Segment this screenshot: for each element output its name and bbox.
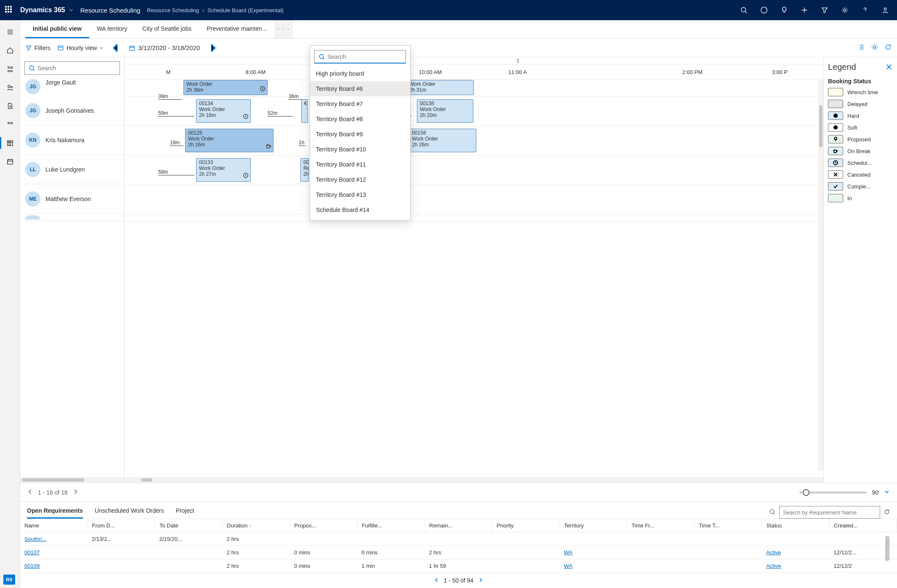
resource-row[interactable]: JGJoseph Gonsalves — [20, 96, 124, 125]
grid-row[interactable]: 001072 hrs0 mins0 mins2 hrsWAActive12/12… — [20, 546, 897, 559]
resource-row[interactable]: KNKris Nakamura — [20, 125, 124, 155]
list-icon[interactable] — [857, 43, 865, 52]
pager-prev-icon[interactable] — [27, 488, 34, 496]
grid-row[interactable]: Southri...2/13/2...2/15/20...2 hrs — [20, 532, 897, 546]
board-tab[interactable]: WA territory — [89, 20, 135, 38]
grid-header[interactable]: From D... — [88, 519, 155, 532]
grid-header[interactable]: Duration↑ — [223, 519, 290, 532]
booking[interactable]: 00138Work Order2h 20m — [417, 99, 473, 123]
popover-item[interactable]: Territory Board #12 — [310, 172, 410, 187]
popover-item[interactable]: Schedule Board #14 — [310, 202, 410, 217]
requirement-search-input[interactable] — [779, 506, 880, 519]
search-icon[interactable] — [769, 509, 776, 516]
breadcrumb-part[interactable]: Schedule Board (Experimental) — [207, 7, 284, 13]
brand-label[interactable]: Dynamics 365 — [20, 6, 74, 14]
gantt-row[interactable]: 58m00133Work Order2h 27m00Re2h — [125, 156, 823, 185]
popover-item[interactable]: Territory Board #6 — [310, 81, 410, 96]
gear-icon[interactable] — [871, 43, 878, 52]
grid-link[interactable]: 00109 — [24, 563, 40, 569]
prev-date-icon[interactable] — [110, 42, 122, 54]
grid-link[interactable]: WA — [564, 563, 572, 569]
popover-item[interactable]: Territory Board #11 — [310, 157, 410, 172]
resource-list-icon[interactable] — [0, 116, 20, 133]
resource-row[interactable]: MEMatthew Everson — [20, 184, 124, 214]
filters-button[interactable]: Filters — [25, 45, 50, 51]
booking[interactable]: 00158Work Order2h 26m — [409, 129, 476, 152]
bottom-tab[interactable]: Open Requirements — [27, 507, 83, 519]
task-icon[interactable] — [757, 0, 771, 20]
popover-item[interactable]: Territory Board #7 — [310, 96, 410, 111]
grid-prev-icon[interactable] — [434, 577, 440, 584]
user-icon[interactable] — [878, 0, 892, 20]
requirements-grid[interactable]: NameFrom D...To DateDuration↑Propos...Fu… — [20, 519, 897, 573]
close-icon[interactable] — [885, 63, 893, 72]
grid-link[interactable]: Active — [766, 563, 781, 569]
filter-icon[interactable] — [818, 0, 831, 20]
collapse-icon[interactable] — [884, 488, 890, 496]
help-icon[interactable] — [858, 0, 872, 20]
board-tab[interactable]: Initial public view — [25, 20, 89, 38]
calendar-icon[interactable] — [0, 153, 20, 170]
grid-header[interactable]: Status — [762, 519, 829, 532]
grid-header[interactable]: Territory — [560, 519, 627, 532]
grid-link[interactable]: Active — [766, 549, 781, 556]
booking[interactable]: Work Order2h 38m — [183, 80, 268, 95]
grid-header[interactable]: Name — [20, 519, 88, 532]
grid-header[interactable]: To Date — [155, 519, 223, 532]
booking[interactable]: 00Re2h — [300, 158, 309, 182]
gantt-row[interactable]: 59m00134Work Order2h 16m52m€m00138Work O… — [125, 97, 823, 126]
gantt-hscroll[interactable] — [125, 477, 823, 483]
resource-row[interactable] — [20, 214, 124, 221]
gantt-row[interactable]: 16m00125Work Order2h 16m1h00158Work Orde… — [125, 126, 823, 156]
grid-header[interactable]: Remain... — [425, 519, 492, 532]
board-tab-overflow[interactable]: · · · — [274, 20, 293, 38]
people-icon[interactable] — [0, 79, 20, 96]
grid-next-icon[interactable] — [478, 577, 483, 584]
resource-search-input[interactable] — [24, 61, 120, 75]
popover-item[interactable]: Territory Board #13 — [310, 187, 410, 202]
board-tab[interactable]: City of Seattle jobs — [135, 20, 199, 38]
refresh-icon[interactable] — [884, 509, 890, 516]
resource-hscroll[interactable] — [20, 477, 124, 483]
resource-row[interactable]: LLLuke Lundgren — [20, 155, 124, 184]
gantt-row[interactable]: 39mWork Order2h 38m36mWork Order2h 31m — [125, 80, 823, 97]
date-range-picker[interactable]: 3/12/2020 - 3/18/2020 — [129, 44, 200, 51]
zoom-slider[interactable] — [799, 492, 867, 493]
board-tab[interactable]: Preventative mainten... — [199, 20, 274, 38]
app-launcher-icon[interactable] — [5, 6, 13, 14]
grid-link[interactable]: WA — [564, 549, 572, 556]
document-icon[interactable] — [0, 98, 20, 114]
grid-row[interactable]: 001092 hrs0 mins1 min1 hr 59WAActive12/1… — [20, 559, 897, 573]
popover-item[interactable]: Territory Board #8 — [310, 111, 410, 127]
booking[interactable]: € — [301, 99, 308, 123]
popover-item[interactable]: Territory Board #9 — [310, 127, 410, 142]
search-icon[interactable] — [737, 0, 751, 20]
bulb-icon[interactable] — [778, 0, 791, 20]
next-date-icon[interactable] — [207, 42, 218, 54]
booking[interactable]: 00125Work Order2h 16m — [185, 129, 273, 152]
booking[interactable]: 00134Work Order2h 16m — [196, 99, 251, 123]
people-list-icon[interactable] — [0, 61, 20, 77]
grid-link[interactable]: 00107 — [24, 549, 40, 556]
grid-link[interactable]: Southri... — [24, 536, 46, 542]
refresh-icon[interactable] — [884, 43, 892, 52]
grid-header[interactable]: Propos... — [290, 519, 357, 532]
bottom-tab[interactable]: Unscheduled Work Orders — [95, 507, 164, 519]
hamburger-icon[interactable] — [0, 24, 20, 40]
grid-header[interactable]: Created... — [829, 519, 897, 532]
schedule-board-icon[interactable] — [0, 135, 20, 151]
home-icon[interactable] — [0, 42, 20, 59]
gantt-vscroll[interactable] — [818, 80, 823, 471]
bottom-tab[interactable]: Project — [176, 507, 194, 519]
gantt-row[interactable] — [125, 215, 823, 222]
popover-item[interactable]: Territory Board #10 — [310, 142, 410, 157]
breadcrumb-part[interactable]: Resource Scheduling — [147, 7, 199, 13]
rs-badge[interactable]: RS — [3, 575, 15, 585]
pager-next-icon[interactable] — [72, 488, 79, 496]
grid-header[interactable]: Fulfille... — [357, 519, 425, 532]
add-icon[interactable] — [798, 0, 811, 20]
grid-header[interactable]: Time Fr... — [627, 519, 694, 532]
module-label[interactable]: Resource Scheduling — [80, 7, 141, 14]
resource-row[interactable]: JGJorge Gault — [20, 79, 124, 96]
popover-search-input[interactable] — [314, 50, 406, 64]
